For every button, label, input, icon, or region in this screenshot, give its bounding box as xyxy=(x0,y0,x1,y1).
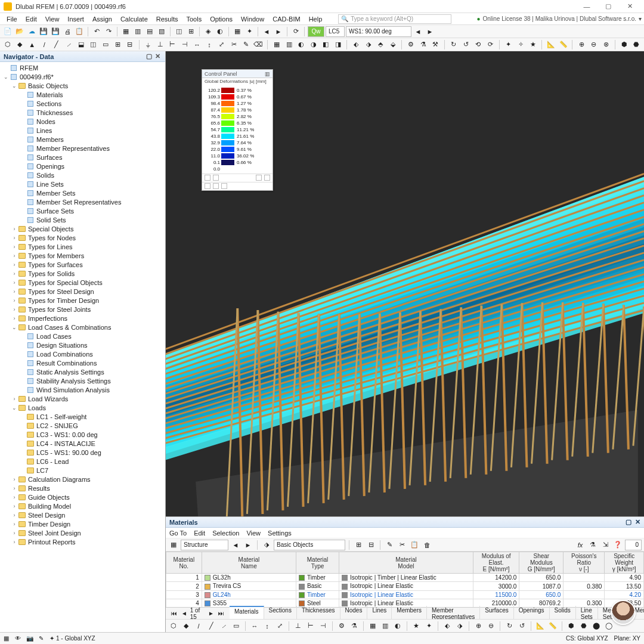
tb2-btn-26[interactable]: ◑ xyxy=(308,39,319,50)
bpi-19[interactable]: ▥ xyxy=(380,621,391,631)
menu-dropdown-icon[interactable]: ▾ xyxy=(639,16,642,22)
page-last-icon[interactable]: ⏭ xyxy=(217,608,226,619)
page-prev-icon[interactable]: ◄ xyxy=(179,608,188,619)
bpi-13[interactable]: ⊣ xyxy=(318,621,329,631)
menu-file[interactable]: File xyxy=(2,14,21,24)
tb2-btn-0[interactable]: ⬡ xyxy=(2,39,13,50)
tree-basic-6[interactable]: Member Representatives xyxy=(0,144,165,153)
tree-load-6[interactable]: LC7 xyxy=(0,466,165,475)
close-button[interactable]: ✕ xyxy=(619,1,640,13)
table-row[interactable]: 1GL32hTimberIsotropic | Timber | Linear … xyxy=(166,574,644,582)
tb2-btn-28[interactable]: ◨ xyxy=(333,39,343,50)
bpi-35[interactable]: 📏 xyxy=(547,621,558,631)
tb2-btn-20[interactable]: ✎ xyxy=(241,39,252,50)
tree-basic-1[interactable]: Sections xyxy=(0,99,165,108)
pin-icon[interactable]: ▢ xyxy=(145,52,153,60)
control-panel[interactable]: Control Panel▥ Global Deformations |u| [… xyxy=(202,69,273,191)
lc-prev-icon[interactable]: ◄ xyxy=(413,26,423,37)
tb2-btn-14[interactable]: ⊢ xyxy=(168,39,178,50)
bpi-28[interactable]: ⊕ xyxy=(473,621,484,631)
structure-icon[interactable]: ▦ xyxy=(168,540,179,550)
table-row[interactable]: 2Trevira CSBasicIsotropic | Linear Elast… xyxy=(166,582,644,590)
col-header[interactable]: SpecificWeightγ [kN/m³] xyxy=(605,552,644,574)
undo-icon[interactable]: ↶ xyxy=(91,26,102,37)
tree-basic-7[interactable]: Surfaces xyxy=(0,153,165,162)
menu-window[interactable]: Window xyxy=(237,14,268,24)
tree-f2-2[interactable]: ›Guide Objects xyxy=(0,493,165,501)
qw-badge[interactable]: Qw xyxy=(308,26,324,37)
loadcase-field[interactable]: LC5 xyxy=(326,26,345,37)
menu-cad-bim[interactable]: CAD-BIM xyxy=(268,14,304,24)
crumb-prev-icon[interactable]: ◄ xyxy=(230,540,241,550)
tree-basic-9[interactable]: Solids xyxy=(0,171,165,179)
report-icon[interactable]: 📋 xyxy=(74,26,85,37)
bpi-16[interactable]: ⚗ xyxy=(349,621,360,631)
basic-objects-icon[interactable]: ⬗ xyxy=(261,540,272,550)
tb2-btn-33[interactable]: ⬙ xyxy=(388,39,398,50)
tb2-btn-23[interactable]: ▦ xyxy=(271,39,282,50)
view6-icon[interactable]: ⊞ xyxy=(185,26,196,37)
tb2-btn-6[interactable]: ⬓ xyxy=(76,39,86,50)
shade-icon[interactable]: ◐ xyxy=(215,26,225,37)
tree-basic-3[interactable]: Nodes xyxy=(0,117,165,126)
page-first-icon[interactable]: ⏮ xyxy=(169,608,178,619)
bpi-20[interactable]: ◐ xyxy=(392,621,403,631)
lc-next-icon[interactable]: ► xyxy=(425,26,435,37)
tree-loads[interactable]: ⌄Loads xyxy=(0,403,165,412)
axes-icon[interactable]: ✦ xyxy=(244,26,255,37)
tb2-btn-4[interactable]: ╱ xyxy=(51,39,62,50)
tree-basic-4[interactable]: Lines xyxy=(0,126,165,135)
tree-basic-0[interactable]: Materials xyxy=(0,90,165,99)
bp-pin-icon[interactable]: ▢ xyxy=(626,518,631,526)
bpi-5[interactable]: ▭ xyxy=(231,621,242,631)
tree-basic-14[interactable]: Solid Sets xyxy=(0,215,165,224)
col-header[interactable]: Modulus ofElast.E [N/mm²] xyxy=(473,552,519,574)
cp-pin-icon[interactable]: ▥ xyxy=(265,71,270,77)
bpi-23[interactable]: ✦ xyxy=(423,621,434,631)
tree-basic-5[interactable]: Members xyxy=(0,135,165,144)
tree-f1-8[interactable]: ›Types for Timber Design xyxy=(0,296,165,305)
tb2-btn-31[interactable]: ⬗ xyxy=(363,39,374,50)
bpi-39[interactable]: ⬤ xyxy=(591,621,602,631)
materials-table[interactable]: MaterialNo.MaterialNameMaterialTypeMater… xyxy=(166,552,644,607)
bpi-12[interactable]: ⊢ xyxy=(305,621,316,631)
tb2-btn-10[interactable]: ⊟ xyxy=(125,39,135,50)
bpi-1[interactable]: ◆ xyxy=(181,621,191,631)
bpi-9[interactable]: ⤢ xyxy=(274,621,285,631)
tb2-btn-49[interactable]: 📏 xyxy=(558,39,569,50)
bpi-34[interactable]: 📐 xyxy=(535,621,546,631)
tb2-btn-56[interactable]: ⬣ xyxy=(631,39,642,50)
view1-icon[interactable]: ▦ xyxy=(120,26,131,37)
tree-f1-4[interactable]: ›Types for Surfaces xyxy=(0,260,165,269)
tree-load-4[interactable]: LC5 - WS1: 90.00 deg xyxy=(0,448,165,457)
tb2-btn-42[interactable]: ⟳ xyxy=(485,39,496,50)
tb2-btn-12[interactable]: ⏚ xyxy=(143,39,154,50)
menu-insert[interactable]: Insert xyxy=(63,14,88,24)
cp-opt1-icon[interactable] xyxy=(205,175,210,181)
tool-d-icon[interactable]: ✂ xyxy=(397,540,407,550)
bpi-7[interactable]: ↔ xyxy=(249,621,260,631)
menu-help[interactable]: Help xyxy=(305,14,327,24)
tb2-btn-40[interactable]: ↺ xyxy=(460,39,471,50)
filter-icon[interactable]: ⚗ xyxy=(587,540,598,550)
redo-icon[interactable]: ↷ xyxy=(103,26,114,37)
tb2-btn-21[interactable]: ⌫ xyxy=(253,39,264,50)
tb2-btn-32[interactable]: ⬘ xyxy=(375,39,386,50)
bpi-40[interactable]: ◯ xyxy=(603,621,614,631)
tree-f1-0[interactable]: ›Special Objects xyxy=(0,224,165,233)
tree-load-2[interactable]: LC3 - WS1: 0.00 deg xyxy=(0,430,165,439)
tb2-btn-52[interactable]: ⊖ xyxy=(589,39,599,50)
cp-tab2-icon[interactable] xyxy=(213,183,219,189)
open-icon[interactable]: 📂 xyxy=(14,26,25,37)
tree-f1-10[interactable]: ›Imperfections xyxy=(0,314,165,323)
tb2-btn-1[interactable]: ◆ xyxy=(15,39,26,50)
tree-basic-2[interactable]: Thicknesses xyxy=(0,108,165,117)
tree-lcc-5[interactable]: Stability Analysis Settings xyxy=(0,376,165,385)
view5-icon[interactable]: ◫ xyxy=(174,26,184,37)
tree-f2-3[interactable]: ›Building Model xyxy=(0,501,165,510)
cp-tab3-icon[interactable] xyxy=(221,183,227,189)
tree-basic-8[interactable]: Openings xyxy=(0,162,165,171)
tool-a-icon[interactable]: ⊞ xyxy=(353,540,364,550)
cp-opt2-icon[interactable] xyxy=(213,175,219,181)
tb2-btn-35[interactable]: ⚙ xyxy=(405,39,416,50)
